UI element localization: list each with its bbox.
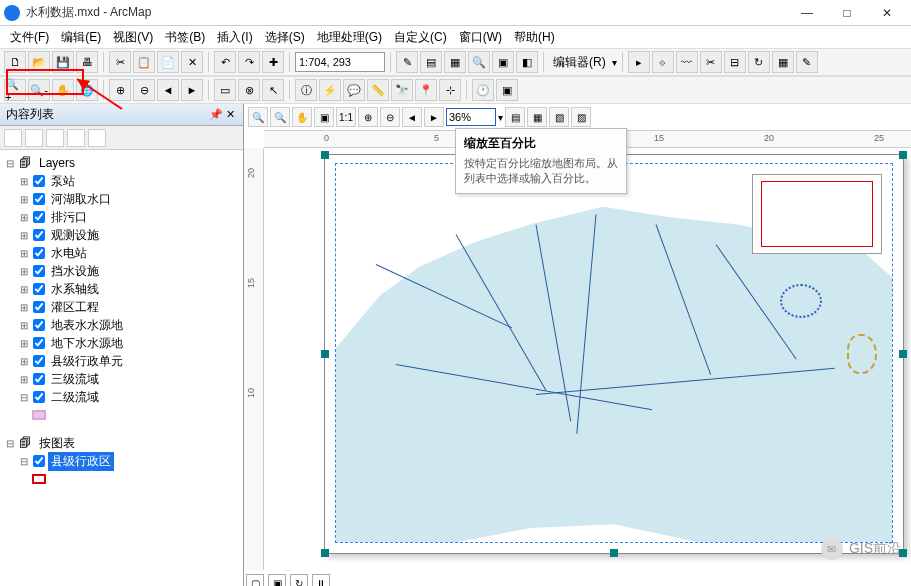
change-layout[interactable]: ▧: [549, 107, 569, 127]
layer-checkbox[interactable]: [33, 211, 45, 223]
list-by-drawing[interactable]: [4, 129, 22, 147]
fixed-zoomout[interactable]: ⊖: [133, 79, 155, 101]
rotate[interactable]: ↻: [748, 51, 770, 73]
editor-label[interactable]: 编辑器(R): [549, 54, 610, 71]
menu-customize[interactable]: 自定义(C): [388, 29, 453, 46]
toc-tree[interactable]: ⊟🗐Layers ⊞泵站 ⊞河湖取水口 ⊞排污口 ⊞观测设施 ⊞水电站 ⊞挡水设…: [0, 150, 243, 586]
toc-pin-icon[interactable]: 📌: [209, 108, 223, 121]
undo-button[interactable]: ↶: [214, 51, 236, 73]
layout-canvas[interactable]: [264, 148, 911, 570]
resize-handle[interactable]: [321, 350, 329, 358]
model-button[interactable]: ◧: [516, 51, 538, 73]
layout-zoomout[interactable]: 🔍: [270, 107, 290, 127]
python-button[interactable]: ▣: [492, 51, 514, 73]
html-popup[interactable]: 💬: [343, 79, 365, 101]
copy-button[interactable]: 📋: [133, 51, 155, 73]
layer-checkbox[interactable]: [33, 193, 45, 205]
min-button[interactable]: —: [787, 0, 827, 26]
layer-item[interactable]: ⊞灌区工程: [4, 298, 239, 316]
zoom-percent-dropdown-icon[interactable]: ▾: [498, 112, 503, 123]
layer-checkbox[interactable]: [33, 355, 45, 367]
layer-item[interactable]: ⊟二级流域: [4, 388, 239, 406]
list-by-visibility[interactable]: [46, 129, 64, 147]
resize-handle[interactable]: [610, 549, 618, 557]
focus-frame[interactable]: ▦: [527, 107, 547, 127]
search-button[interactable]: 🔍: [468, 51, 490, 73]
layer-item[interactable]: ⊞三级流域: [4, 370, 239, 388]
close-button[interactable]: ✕: [867, 0, 907, 26]
edit-tool[interactable]: ▸: [628, 51, 650, 73]
list-by-selection[interactable]: [67, 129, 85, 147]
layout-fixedzoomin[interactable]: ⊕: [358, 107, 378, 127]
resize-handle[interactable]: [899, 350, 907, 358]
add-data-button[interactable]: ✚: [262, 51, 284, 73]
menu-file[interactable]: 文件(F): [4, 29, 55, 46]
layer-item[interactable]: ⊞县级行政单元: [4, 352, 239, 370]
menu-geoprocessing[interactable]: 地理处理(G): [311, 29, 388, 46]
measure-button[interactable]: 📏: [367, 79, 389, 101]
layer-item[interactable]: ⊞河湖取水口: [4, 190, 239, 208]
zoom-percent-input[interactable]: [446, 108, 496, 126]
menu-help[interactable]: 帮助(H): [508, 29, 561, 46]
prev-extent[interactable]: ◄: [157, 79, 179, 101]
create-viewer[interactable]: ▣: [496, 79, 518, 101]
menu-insert[interactable]: 插入(I): [211, 29, 258, 46]
data-view-tab[interactable]: ▢: [246, 574, 264, 586]
clear-selection[interactable]: ⊗: [238, 79, 260, 101]
layer-checkbox[interactable]: [33, 337, 45, 349]
pause-drawing[interactable]: ⏸: [312, 574, 330, 586]
map-frame[interactable]: [335, 163, 893, 543]
layer-checkbox[interactable]: [33, 319, 45, 331]
redo-button[interactable]: ↷: [238, 51, 260, 73]
layer-checkbox[interactable]: [33, 455, 45, 467]
time-slider[interactable]: 🕐: [472, 79, 494, 101]
hyperlink-button[interactable]: ⚡: [319, 79, 341, 101]
layout-100[interactable]: 1:1: [336, 107, 356, 127]
layer-checkbox[interactable]: [33, 391, 45, 403]
layers-root[interactable]: ⊟🗐Layers: [4, 154, 239, 172]
catalog-button[interactable]: ▦: [444, 51, 466, 73]
select-elements[interactable]: ↖: [262, 79, 284, 101]
layer-item[interactable]: ⊞地下水水源地: [4, 334, 239, 352]
layer-symbol[interactable]: [4, 406, 239, 424]
select-features[interactable]: ▭: [214, 79, 236, 101]
cut-poly[interactable]: ✂: [700, 51, 722, 73]
layer-checkbox[interactable]: [33, 229, 45, 241]
paste-button[interactable]: 📄: [157, 51, 179, 73]
data-driven[interactable]: ▨: [571, 107, 591, 127]
layer-checkbox[interactable]: [33, 373, 45, 385]
delete-button[interactable]: ✕: [181, 51, 203, 73]
identify-button[interactable]: ⓘ: [295, 79, 317, 101]
layout-prev[interactable]: ◄: [402, 107, 422, 127]
editor-dropdown-icon[interactable]: ▾: [612, 57, 617, 68]
tables-root[interactable]: ⊟🗐按图表: [4, 434, 239, 452]
refresh-view[interactable]: ↻: [290, 574, 308, 586]
layer-item[interactable]: ⊞观测设施: [4, 226, 239, 244]
toc-close-icon[interactable]: ✕: [223, 108, 237, 121]
layer-item[interactable]: ⊞水系轴线: [4, 280, 239, 298]
layout-fixedzoomout[interactable]: ⊖: [380, 107, 400, 127]
layout-pan[interactable]: ✋: [292, 107, 312, 127]
find-button[interactable]: 🔭: [391, 79, 413, 101]
layout-view-tab[interactable]: ▣: [268, 574, 286, 586]
menu-window[interactable]: 窗口(W): [453, 29, 508, 46]
layer-checkbox[interactable]: [33, 301, 45, 313]
layer-item[interactable]: ⊞地表水水源地: [4, 316, 239, 334]
goto-xy[interactable]: ⊹: [439, 79, 461, 101]
menu-bookmarks[interactable]: 书签(B): [159, 29, 211, 46]
sketch[interactable]: ✎: [796, 51, 818, 73]
layer-checkbox[interactable]: [33, 283, 45, 295]
menu-edit[interactable]: 编辑(E): [55, 29, 107, 46]
resize-handle[interactable]: [321, 151, 329, 159]
layer-checkbox[interactable]: [33, 247, 45, 259]
reshape[interactable]: 〰: [676, 51, 698, 73]
layer-item[interactable]: ⊞排污口: [4, 208, 239, 226]
layout-whole[interactable]: ▣: [314, 107, 334, 127]
inset-map[interactable]: [752, 174, 882, 254]
menu-selection[interactable]: 选择(S): [259, 29, 311, 46]
table-symbol[interactable]: [4, 470, 239, 488]
editor-toolbar-btn[interactable]: ✎: [396, 51, 418, 73]
find-route[interactable]: 📍: [415, 79, 437, 101]
layer-checkbox[interactable]: [33, 175, 45, 187]
menu-view[interactable]: 视图(V): [107, 29, 159, 46]
